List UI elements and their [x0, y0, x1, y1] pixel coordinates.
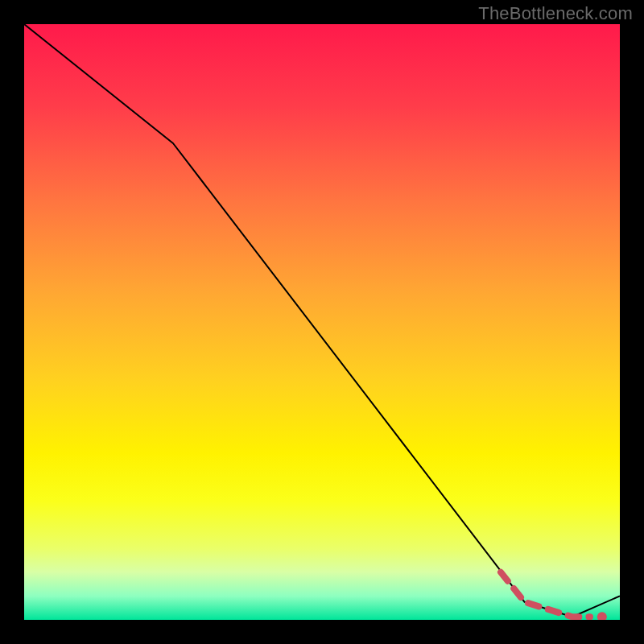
chart-svg	[24, 24, 620, 620]
plot-area	[24, 24, 620, 620]
chart-frame: TheBottleneck.com	[0, 0, 644, 644]
watermark-label: TheBottleneck.com	[478, 3, 633, 24]
gradient-background	[24, 24, 620, 620]
